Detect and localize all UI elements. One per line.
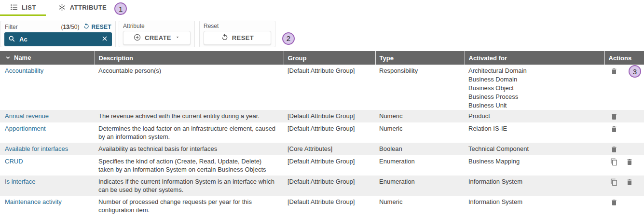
cell-name: Apportionment <box>0 122 95 143</box>
cell-group: [Default Attribute Group] <box>284 196 375 216</box>
attribute-link[interactable]: Is interface <box>5 178 36 185</box>
reset-panel-label: Reset <box>200 21 275 30</box>
cell-type: Numeric <box>375 196 465 216</box>
table-header-row: Name Description Group Type Activated fo… <box>0 51 644 65</box>
cell-group: [Default Attribute Group] <box>284 155 375 176</box>
activated-item: Relation IS-IE <box>468 124 598 133</box>
toolbar: Filter (13/50) RESET Attribute CREATE Re… <box>0 21 644 47</box>
column-header-activated-for[interactable]: Activated for <box>465 51 604 65</box>
activated-list: Information System <box>468 177 598 186</box>
cell-activated-for: Business Mapping <box>465 155 604 176</box>
activated-list: Technical Component <box>468 145 598 153</box>
create-button[interactable]: CREATE <box>123 31 191 45</box>
cell-type: Enumeration <box>375 176 465 196</box>
column-header-actions: Actions <box>604 51 644 65</box>
cell-name: Annual revenue <box>0 110 95 122</box>
list-icon <box>10 3 18 12</box>
cell-actions <box>604 122 644 143</box>
reset-button[interactable]: RESET <box>204 31 271 45</box>
cell-activated-for: Relation IS-IE <box>465 122 604 143</box>
tab-bar: LIST ATTRIBUTE 1 <box>0 0 644 16</box>
cell-actions <box>604 176 644 196</box>
search-box[interactable] <box>4 32 112 46</box>
attribute-link[interactable]: Annual revenue <box>5 112 49 120</box>
table-body: Accountability Accountable person(s) [De… <box>0 65 644 216</box>
table-row: Available for interfaces Availability as… <box>0 143 644 155</box>
attribute-link[interactable]: Apportionment <box>5 125 46 132</box>
cell-activated-for: Information System <box>465 196 604 216</box>
tab-attribute[interactable]: ATTRIBUTE <box>53 0 111 16</box>
column-header-description[interactable]: Description <box>95 51 284 65</box>
chevron-down-icon <box>175 34 180 41</box>
cell-group: [Default Attribute Group] <box>284 110 375 122</box>
cell-activated-for: Technical Component <box>465 143 604 155</box>
filter-reset-link[interactable]: RESET <box>83 23 111 31</box>
activated-item: Business Object <box>468 84 598 93</box>
cell-type: Numeric <box>375 122 465 143</box>
attribute-icon <box>57 3 67 12</box>
actions-wrap <box>610 157 637 166</box>
reset-panel: Reset RESET <box>199 21 275 47</box>
cell-name: Available for interfaces <box>0 143 95 155</box>
tab-attribute-label: ATTRIBUTE <box>70 4 107 11</box>
cell-type: Boolean <box>375 143 465 155</box>
delete-icon[interactable] <box>610 199 618 206</box>
table-row: Annual revenue The revenue achived with … <box>0 110 644 122</box>
activated-item: Business Mapping <box>468 157 598 166</box>
attribute-link[interactable]: Available for interfaces <box>5 145 68 152</box>
activated-item: Information System <box>468 198 598 206</box>
cell-description: Availability as technical basis for inte… <box>95 143 284 155</box>
cell-type: Responsibility <box>375 65 465 110</box>
cell-description: Determines the load factor on an infrast… <box>95 122 284 143</box>
cell-group: [Core Attributes] <box>284 143 375 155</box>
attribute-link[interactable]: Accountability <box>5 67 43 74</box>
attribute-link[interactable]: Maintenance activity <box>5 198 62 205</box>
clear-search-icon[interactable] <box>101 35 108 43</box>
activated-list: Product <box>468 112 598 121</box>
copy-icon[interactable] <box>610 158 618 166</box>
cell-actions <box>604 143 644 155</box>
cell-type: Enumeration <box>375 155 465 176</box>
filter-panel: Filter (13/50) RESET <box>0 21 116 47</box>
delete-icon[interactable] <box>610 113 618 121</box>
column-header-group[interactable]: Group <box>284 51 375 65</box>
cell-description: Indicates if the current Information Sys… <box>95 176 284 196</box>
activated-list: Architectural DomainBusiness DomainBusin… <box>468 67 598 108</box>
column-header-name[interactable]: Name <box>0 51 95 65</box>
cell-activated-for: Product <box>465 110 604 122</box>
delete-icon[interactable] <box>626 158 633 166</box>
attribute-link[interactable]: CRUD <box>5 158 23 165</box>
cell-actions <box>604 110 644 122</box>
cell-name: Maintenance activity <box>0 196 95 216</box>
activated-item: Information System <box>468 177 598 186</box>
column-header-type[interactable]: Type <box>375 51 465 65</box>
copy-icon[interactable] <box>610 178 618 186</box>
cell-type: Numeric <box>375 110 465 122</box>
activated-item: Product <box>468 112 598 121</box>
activated-list: Relation IS-IE <box>468 124 598 133</box>
delete-icon[interactable] <box>610 125 618 133</box>
attributes-table: Name Description Group Type Activated fo… <box>0 51 644 216</box>
sort-chevron-icon <box>5 55 11 62</box>
table-row: Is interface Indicates if the current In… <box>0 176 644 196</box>
cell-actions: 3 <box>604 65 644 110</box>
activated-item: Business Domain <box>468 75 598 84</box>
cell-description: Specifies the kind of action (Create, Re… <box>95 155 284 176</box>
activated-item: Technical Component <box>468 145 598 153</box>
actions-wrap <box>610 198 637 206</box>
cell-actions <box>604 196 644 216</box>
cell-description: Accountable person(s) <box>95 65 284 110</box>
tab-list[interactable]: LIST <box>0 0 46 16</box>
delete-icon[interactable] <box>610 146 618 153</box>
delete-icon[interactable] <box>610 68 618 75</box>
search-input[interactable] <box>18 35 98 43</box>
actions-wrap <box>610 177 637 186</box>
callout-badge-1: 1 <box>114 2 127 15</box>
plus-circle-icon <box>133 33 141 43</box>
tab-list-label: LIST <box>22 4 36 11</box>
actions-wrap: 3 <box>610 67 637 78</box>
filter-label: Filter <box>5 24 61 30</box>
table-row: CRUD Specifies the kind of action (Creat… <box>0 155 644 176</box>
delete-icon[interactable] <box>626 178 633 186</box>
actions-wrap <box>610 145 637 153</box>
